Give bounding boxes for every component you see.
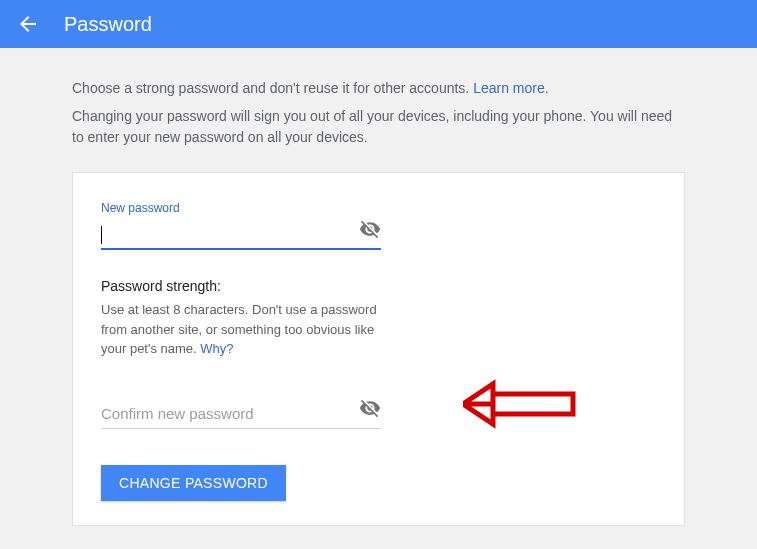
toggle-visibility-confirm[interactable] [359, 397, 381, 423]
password-strength-section: Password strength: Use at least 8 charac… [101, 278, 381, 359]
eye-off-icon [359, 218, 381, 240]
confirm-password-input[interactable] [101, 399, 381, 429]
new-password-label: New password [101, 201, 381, 215]
arrow-left-icon [16, 12, 40, 36]
text-cursor [101, 226, 102, 244]
confirm-password-field-wrap [101, 399, 381, 429]
eye-off-icon [359, 397, 381, 419]
why-link[interactable]: Why? [200, 341, 233, 356]
page-title: Password [64, 13, 152, 36]
change-password-button[interactable]: CHANGE PASSWORD [101, 465, 286, 501]
password-card: New password Password strength: Use at l… [72, 172, 685, 526]
back-button[interactable] [16, 12, 40, 36]
content-area: Choose a strong password and don't reuse… [0, 48, 757, 526]
toggle-visibility-new[interactable] [359, 218, 381, 244]
new-password-field-wrap: New password [101, 201, 381, 250]
app-header: Password [0, 0, 757, 48]
strength-title: Password strength: [101, 278, 381, 294]
intro-text-2: Changing your password will sign you out… [72, 106, 685, 148]
new-password-input[interactable] [101, 219, 381, 250]
learn-more-link[interactable]: Learn more [473, 80, 545, 96]
strength-text-body: Use at least 8 characters. Don't use a p… [101, 302, 377, 356]
annotation-arrow-1 [463, 379, 583, 429]
intro-text-1-body: Choose a strong password and don't reuse… [72, 80, 473, 96]
intro-text-1: Choose a strong password and don't reuse… [72, 80, 685, 96]
strength-text: Use at least 8 characters. Don't use a p… [101, 300, 381, 359]
